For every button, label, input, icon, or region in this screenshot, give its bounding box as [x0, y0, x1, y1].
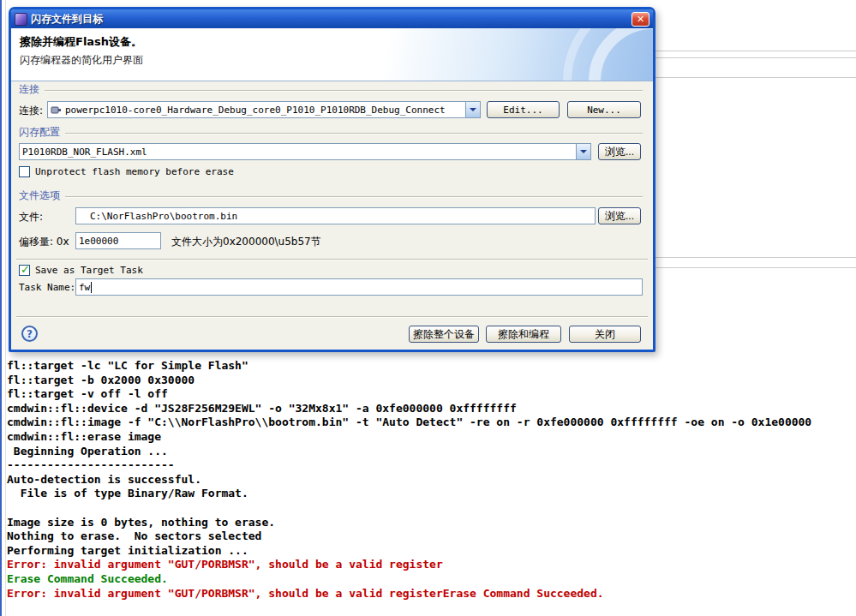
connection-field-label: 连接: [19, 104, 43, 118]
connection-icon [51, 105, 62, 116]
close-icon: ✕ [637, 14, 644, 25]
section-divider [65, 133, 643, 135]
console-line: fl::target -b 0x2000 0x30000 [7, 374, 853, 388]
background-row-line [653, 77, 856, 78]
save-as-task-label: Save as Target Task [35, 265, 143, 276]
section-divider [45, 90, 643, 92]
console-line: Auto-detection is successful. [7, 473, 853, 487]
task-name-label: Task Name: [19, 282, 75, 293]
header-title: 擦除并编程Flash设备。 [20, 34, 142, 50]
help-icon: ? [27, 328, 33, 340]
section-divider [65, 196, 643, 198]
file-size-note: 文件大小为0x200000\u5b57节 [171, 235, 321, 249]
flash-config-combo[interactable]: P1010RDB_NOR_FLASH.xml [19, 143, 591, 160]
background-row-line [653, 267, 856, 268]
dialog-title: 闪存文件到目标 [31, 12, 103, 27]
edit-button[interactable]: Edit... [487, 101, 560, 118]
console-line: cmdwin::fl::device -d "JS28F256M29EWL" -… [7, 402, 853, 416]
section-file-options: 文件选项 [19, 189, 643, 201]
offset-field-label: 偏移量: 0x [19, 235, 69, 249]
console-line: fl::target -lc "LC for Simple Flash" [7, 359, 853, 374]
task-name-input[interactable]: fw [75, 278, 643, 296]
checkbox-box [19, 166, 30, 177]
help-button[interactable]: ? [21, 326, 38, 342]
close-button[interactable]: ✕ [632, 12, 649, 27]
console-line: File is of type Binary/Raw Format. [7, 487, 853, 501]
dialog-titlebar[interactable]: 闪存文件到目标 ✕ [11, 9, 653, 28]
console-line: Erase Command Succeeded. [7, 572, 853, 587]
close-dialog-button[interactable]: 关闭 [569, 326, 641, 343]
file-browse-button[interactable]: 浏览... [598, 207, 641, 224]
section-flash-config-label: 闪存配置 [19, 125, 60, 140]
connection-combo-value: powerpc1010-core0_Hardware_Debug_core0_P… [65, 105, 446, 116]
section-connection: 连接 [19, 83, 643, 95]
background-row-line [653, 257, 856, 258]
separator [16, 259, 648, 260]
section-flash-config: 闪存配置 [19, 126, 643, 138]
background-row-line [653, 57, 856, 58]
flash-file-to-target-dialog: 闪存文件到目标 ✕ 擦除并编程Flash设备。 闪存编程器的简化用户界面 连接 … [9, 7, 655, 352]
unprotect-checkbox[interactable]: Unprotect flash memory before erase [19, 165, 234, 177]
panel-left-divider [5, 0, 6, 616]
console-line: cmdwin::fl::erase image [7, 430, 853, 445]
file-field-label: 文件: [19, 210, 43, 224]
separator [16, 316, 648, 318]
file-path-value: C:\NorFlashPro\bootrom.bin [90, 211, 237, 222]
background-row-line [653, 51, 856, 51]
console-line: cmdwin::fl::image -f "C:\\NorFlashPro\\b… [7, 416, 853, 430]
window-left-border [0, 0, 2, 616]
flash-config-combo-value: P1010RDB_NOR_FLASH.xml [22, 147, 147, 158]
console-line: Beginning Operation ... [7, 445, 853, 459]
unprotect-checkbox-label: Unprotect flash memory before erase [35, 166, 234, 177]
file-path-input[interactable]: C:\NorFlashPro\bootrom.bin [75, 207, 596, 224]
console-output[interactable]: fl::target -lc "LC for Simple Flash"fl::… [7, 359, 853, 601]
section-connection-label: 连接 [19, 82, 39, 97]
section-file-options-label: 文件选项 [19, 188, 60, 203]
text-caret [91, 282, 92, 293]
dropdown-arrow-icon[interactable] [465, 102, 480, 117]
flash-config-browse-button[interactable]: 浏览... [598, 143, 641, 160]
header-subtitle: 闪存编程器的简化用户界面 [20, 53, 143, 68]
checkbox-box [19, 265, 30, 276]
new-button[interactable]: New... [567, 101, 641, 118]
console-line: Image size is 0 bytes, nothing to erase. [7, 516, 853, 530]
offset-input[interactable]: 1e00000 [75, 232, 161, 249]
offset-value: 1e00000 [79, 236, 118, 247]
erase-and-program-button[interactable]: 擦除和编程 [486, 326, 561, 343]
console-line: Performing target initialization ... [7, 544, 853, 559]
console-line: ------------------------- [7, 458, 853, 473]
dropdown-arrow-icon[interactable] [576, 144, 590, 159]
save-as-task-checkbox[interactable]: Save as Target Task [19, 264, 143, 276]
console-line: Error: invalid argument "GUT/PORBMSR", s… [7, 587, 853, 601]
erase-whole-device-button[interactable]: 擦除整个设备 [409, 326, 479, 343]
banner-curve-graphic [439, 28, 653, 81]
dialog-app-icon [15, 13, 27, 26]
console-line: fl::target -v off -l off [7, 387, 853, 402]
dialog-header-banner: 擦除并编程Flash设备。 闪存编程器的简化用户界面 [11, 28, 653, 81]
console-line: Error: invalid argument "GUT/PORBMSR", s… [7, 558, 853, 572]
connection-combo[interactable]: powerpc1010-core0_Hardware_Debug_core0_P… [47, 101, 481, 118]
console-line [7, 501, 853, 516]
task-name-value: fw [79, 282, 90, 293]
console-line: Nothing to erase. No sectors selected [7, 529, 853, 544]
